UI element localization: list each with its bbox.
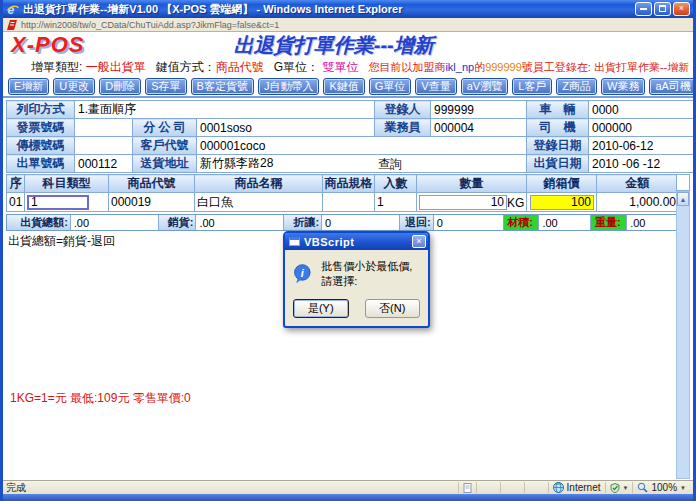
- toolbar-button-save[interactable]: S存單: [145, 78, 186, 95]
- login-employee-id: 999999: [485, 61, 522, 73]
- bottom-strip: [3, 494, 693, 501]
- dialog-titlebar[interactable]: VBScript ×: [285, 233, 428, 250]
- page-icon: [463, 483, 472, 493]
- order-type-label: 增單類型:: [31, 59, 82, 76]
- summary-row: 出貨總額: .00 銷貨: .00 折讓: 0 退回: 0 材積: .00 重量…: [6, 214, 678, 231]
- vehicle-field[interactable]: 0000: [589, 101, 694, 119]
- order-no-field[interactable]: 000112: [75, 155, 133, 173]
- weight-label: 重量:: [591, 215, 627, 230]
- page-url[interactable]: http://win2008/tw/o_CData/ChuTuiAdd.asp?…: [21, 20, 279, 30]
- column-header-unit-price: 銷箱價: [527, 175, 597, 193]
- toolbar-button-browse[interactable]: aV瀏覽: [461, 78, 508, 95]
- reg-date-field[interactable]: 2010-06-12: [589, 137, 694, 155]
- return-label: 退回:: [400, 215, 434, 230]
- toolbar-button-sales[interactable]: W業務: [601, 78, 645, 95]
- branch-label: 分 公 司: [133, 119, 197, 137]
- window-title: 出退貨打單作業--增新V1.00 【X-POS 雲端網】 - Windows I…: [23, 2, 635, 17]
- ship-date-field[interactable]: 2010 -06 -12: [589, 155, 694, 173]
- return-value: 0: [434, 215, 504, 230]
- sales-value: .00: [196, 215, 284, 230]
- print-mode-label: 列印方式: [7, 101, 75, 119]
- status-bar: 完成 Internet ▼ 100% ▼: [3, 480, 693, 494]
- customer-code-label: 客戶代號: [133, 137, 197, 155]
- login-merchant-id: ikl_np: [445, 61, 474, 73]
- column-header-product-code: 商品代號: [109, 175, 195, 193]
- dialog-message: 批售價小於最低價,請選擇:: [321, 259, 420, 289]
- unit-price-input[interactable]: [530, 195, 594, 210]
- grid-header-row: 序 科目類型 商品代號 商品名稱 商品規格 入數 數量 銷箱價 金額: [7, 175, 679, 193]
- no-button[interactable]: 否(N): [365, 299, 421, 318]
- address-bar: http://win2008/tw/o_CData/ChuTuiAdd.asp?…: [3, 18, 693, 32]
- toolbar-button-product[interactable]: Z商品: [556, 78, 597, 95]
- toolbar-button-add[interactable]: E增新: [8, 78, 49, 95]
- unit-mode-label: G單位：: [274, 59, 319, 76]
- toolbar-button-update[interactable]: U更改: [53, 78, 95, 95]
- window-titlebar: e 出退貨打單作業--增新V1.00 【X-POS 雲端網】 - Windows…: [3, 0, 693, 18]
- script-error-icon: [7, 20, 17, 30]
- column-header-category: 科目類型: [25, 175, 109, 193]
- sales-label: 銷貨:: [159, 215, 197, 230]
- quantity-input[interactable]: [419, 195, 507, 210]
- address-value: 新竹縣李路28: [200, 156, 273, 170]
- item-pack-count[interactable]: 1: [375, 193, 417, 212]
- salesman-label: 業務員: [375, 119, 431, 137]
- item-spec[interactable]: [323, 193, 375, 212]
- zoom-control[interactable]: 100% ▼: [632, 482, 690, 493]
- xpos-logo: X-POS: [11, 32, 84, 58]
- item-product-code[interactable]: 000019: [109, 193, 195, 212]
- category-input[interactable]: [27, 195, 89, 210]
- print-mode-select[interactable]: 1.畫面順序: [75, 101, 375, 119]
- vertical-scrollbar[interactable]: ▲: [676, 191, 690, 479]
- scroll-up-button[interactable]: ▲: [677, 192, 689, 206]
- restore-icon: [659, 5, 666, 12]
- discount-label: 折讓:: [284, 215, 322, 230]
- order-type-value: 一般出貨單: [86, 59, 146, 76]
- login-user-label: 登錄人: [375, 101, 431, 119]
- invoice-no-label: 發票號碼: [7, 119, 75, 137]
- minimize-button[interactable]: [635, 2, 652, 16]
- unit-mode-value: 雙單位: [322, 59, 358, 76]
- toolbar-button-keyvalue[interactable]: K鍵值: [323, 78, 364, 95]
- close-icon: ×: [679, 3, 684, 13]
- toolbar-button-delete[interactable]: D刪除: [99, 78, 141, 95]
- toolbar-button-customer[interactable]: L客戶: [512, 78, 552, 95]
- driver-field[interactable]: 000000: [589, 119, 694, 137]
- column-header-amount: 金額: [597, 175, 679, 193]
- toolbar-button-unit[interactable]: G單位: [369, 78, 412, 95]
- item-quantity-cell: KG: [417, 193, 527, 212]
- dialog-close-button[interactable]: ×: [412, 235, 426, 248]
- item-product-name[interactable]: 白口魚: [195, 193, 323, 212]
- item-row: 01 000019 白口魚 1 KG 1,000.00: [7, 193, 679, 212]
- discount-value: 0: [322, 215, 400, 230]
- key-mode-label: 鍵值方式：: [156, 59, 216, 76]
- login-user-field[interactable]: 999999: [431, 101, 527, 119]
- protected-mode-button[interactable]: ▼: [605, 482, 633, 493]
- toolbar-button-query-qty[interactable]: V查量: [415, 78, 456, 95]
- restore-button[interactable]: [654, 2, 671, 16]
- toolbar-button-autofill[interactable]: J自動帶入: [258, 78, 320, 95]
- login-info-mid: 的: [474, 61, 485, 73]
- quantity-unit-label: KG: [507, 195, 524, 209]
- address-field[interactable]: 新竹縣李路28 查詢: [197, 155, 527, 173]
- column-header-product-name: 商品名稱: [195, 175, 323, 193]
- yes-button[interactable]: 是(Y): [293, 299, 349, 318]
- toolbar-button-driver[interactable]: aA司機: [649, 78, 693, 95]
- salesman-field[interactable]: 000004: [431, 119, 527, 137]
- page-title: 出退貨打單作業---增新: [234, 32, 544, 59]
- query-link[interactable]: 查詢: [378, 156, 402, 173]
- ie-logo-icon: e: [6, 3, 20, 16]
- weight-value: .00: [627, 215, 677, 230]
- toolbar-button-custom-code[interactable]: B客定貨號: [191, 78, 254, 95]
- order-header-form: 列印方式 1.畫面順序 登錄人 999999 車 輛 0000 發票號碼 分 公…: [6, 100, 690, 173]
- close-button[interactable]: ×: [673, 2, 690, 16]
- order-no-label: 出單號碼: [7, 155, 75, 173]
- invoice-no-field[interactable]: [75, 119, 133, 137]
- voucher-no-field[interactable]: [75, 137, 133, 155]
- item-category-cell: [25, 193, 109, 212]
- customer-code-field[interactable]: 000001coco: [197, 137, 527, 155]
- volume-value: .00: [539, 215, 591, 230]
- globe-icon: [553, 482, 564, 493]
- statusbar-pane: [524, 482, 548, 493]
- branch-field[interactable]: 0001soso: [197, 119, 375, 137]
- subheader-row: 增單類型: 一般出貨單 鍵值方式： 商品代號 G單位： 雙單位 您目前以加盟商i…: [3, 58, 693, 77]
